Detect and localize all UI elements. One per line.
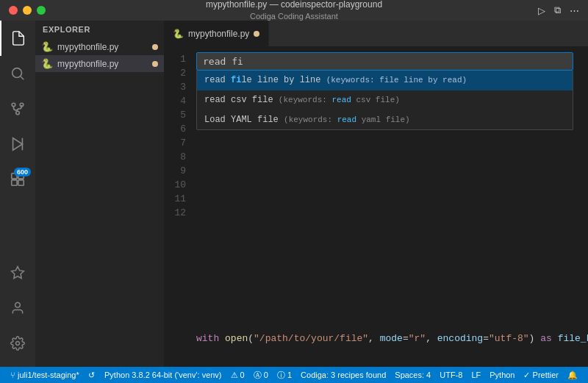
formatter-text: ✓ Prettier: [523, 371, 559, 380]
activity-extensions[interactable]: 600: [0, 162, 35, 197]
status-branch[interactable]: ⑂ juli1/test-staging*: [6, 367, 84, 383]
status-info[interactable]: ⓘ 1: [273, 367, 296, 383]
svg-rect-9: [12, 180, 17, 185]
status-formatter[interactable]: ✓ Prettier: [519, 367, 563, 383]
language-text: Python: [490, 371, 514, 379]
status-errors[interactable]: Ⓐ 0: [249, 367, 273, 383]
bell-icon: 🔔: [567, 371, 578, 380]
line-ending-text: LF: [471, 371, 481, 379]
activity-source-control[interactable]: [0, 91, 35, 126]
sidebar: EXPLORER 🐍 mypythonfile.py 🐍 mypythonfil…: [35, 21, 164, 367]
editor-tabs: 🐍 mypythonfile.py: [164, 21, 588, 46]
window-title: mypythonfile.py — codeinspector-playgrou…: [206, 0, 382, 11]
activity-search[interactable]: [0, 56, 35, 91]
svg-point-2: [12, 103, 15, 107]
activity-run[interactable]: [0, 126, 35, 162]
title-bar: mypythonfile.py — codeinspector-playgrou…: [0, 0, 588, 21]
line-numbers: 1 2 3 4 5 6 7 8 9 10 11 12: [164, 46, 193, 367]
activity-bar: 600: [0, 21, 35, 367]
status-encoding[interactable]: UTF-8: [435, 367, 467, 383]
warnings-text: ⚠ 0: [231, 371, 245, 380]
traffic-lights: [9, 6, 46, 15]
more-actions-icon[interactable]: ⋯: [570, 5, 579, 16]
tab-modified-dot: [254, 31, 259, 37]
editor-area: 🐍 mypythonfile.py 1 2 3 4 5 6 7 8 9 10 1…: [164, 21, 588, 367]
recipe-search-input[interactable]: [203, 56, 567, 67]
status-line-ending[interactable]: LF: [467, 367, 485, 383]
autocomplete-overlay: read file line by line (keywords: file l…: [196, 52, 573, 130]
autocomplete-dropdown: read file line by line (keywords: file l…: [196, 71, 573, 130]
tab-filename: mypythonfile.py: [188, 29, 249, 39]
svg-point-0: [12, 68, 22, 78]
status-warnings[interactable]: ⚠ 0: [226, 367, 249, 383]
status-bar: ⑂ juli1/test-staging* ↺ Python 3.8.2 64-…: [0, 367, 588, 383]
svg-marker-11: [12, 267, 24, 279]
assistant-title: Codiga Coding Assistant: [250, 11, 338, 21]
main-layout: 600 EXPLORER 🐍: [0, 21, 588, 367]
item1-text: read file line by line (keywords: file l…: [204, 74, 467, 87]
info-text: ⓘ 1: [277, 370, 292, 381]
status-spaces[interactable]: Spaces: 4: [390, 367, 435, 383]
activity-files[interactable]: [0, 21, 35, 56]
sync-icon: ↺: [88, 371, 95, 380]
minimize-button[interactable]: [23, 6, 32, 15]
code-editor: 1 2 3 4 5 6 7 8 9 10 11 12 with open: [164, 46, 588, 367]
status-notifications[interactable]: 🔔: [563, 367, 582, 383]
svg-point-13: [16, 342, 20, 346]
close-button[interactable]: [9, 6, 18, 15]
codiga-text: Codiga: 3 recipes found: [301, 371, 386, 379]
run-icon[interactable]: ▷: [538, 5, 545, 16]
python-file-icon-2: 🐍: [41, 58, 53, 69]
search-input-row: [196, 52, 573, 71]
status-right: Python 3.8.2 64-bit ('venv': venv) ⚠ 0 Ⓐ…: [100, 367, 582, 383]
activity-bar-bottom: [0, 255, 35, 367]
python-version-text: Python 3.8.2 64-bit ('venv': venv): [104, 371, 222, 379]
extensions-badge: 600: [14, 168, 31, 176]
branch-name: juli1/test-staging*: [18, 371, 79, 379]
modified-dot-2: [152, 61, 158, 67]
sidebar-filename-2: mypythonfile.py: [57, 59, 118, 69]
sidebar-file-1[interactable]: 🐍 mypythonfile.py: [35, 38, 164, 55]
status-codiga[interactable]: Codiga: 3 recipes found: [296, 367, 390, 383]
editor-tab-mypythonfile[interactable]: 🐍 mypythonfile.py: [164, 21, 269, 46]
errors-text: Ⓐ 0: [254, 370, 268, 381]
python-file-icon-1: 🐍: [41, 41, 53, 52]
svg-marker-5: [13, 138, 23, 151]
autocomplete-item-2[interactable]: read csv file (keywords: read csv file): [197, 90, 573, 110]
explorer-header: EXPLORER: [35, 21, 164, 38]
autocomplete-item-1[interactable]: read file line by line (keywords: file l…: [197, 71, 573, 90]
item3-text: Load YAML file (keywords: read yaml file…: [204, 114, 410, 126]
title-actions: ▷ ⧉ ⋯: [538, 4, 579, 16]
modified-dot-1: [152, 44, 158, 50]
svg-line-1: [21, 76, 24, 79]
tab-file-icon: 🐍: [173, 29, 184, 39]
activity-codiga[interactable]: [0, 255, 35, 290]
split-editor-icon[interactable]: ⧉: [554, 4, 561, 16]
branch-icon: ⑂: [10, 371, 15, 379]
status-sync[interactable]: ↺: [84, 367, 99, 383]
activity-account[interactable]: [0, 290, 35, 326]
sidebar-file-2[interactable]: 🐍 mypythonfile.py: [35, 55, 164, 72]
svg-point-12: [15, 303, 21, 308]
svg-point-4: [16, 111, 20, 115]
item2-text: read csv file (keywords: read csv file): [204, 94, 400, 107]
status-python-version[interactable]: Python 3.8.2 64-bit ('venv': venv): [100, 367, 226, 383]
status-language[interactable]: Python: [485, 367, 519, 383]
spaces-text: Spaces: 4: [395, 371, 431, 379]
autocomplete-item-3[interactable]: Load YAML file (keywords: read yaml file…: [197, 110, 573, 130]
activity-settings[interactable]: [0, 326, 35, 361]
encoding-text: UTF-8: [440, 371, 462, 379]
sidebar-filename-1: mypythonfile.py: [57, 42, 118, 52]
svg-rect-10: [18, 180, 24, 185]
maximize-button[interactable]: [37, 6, 46, 15]
